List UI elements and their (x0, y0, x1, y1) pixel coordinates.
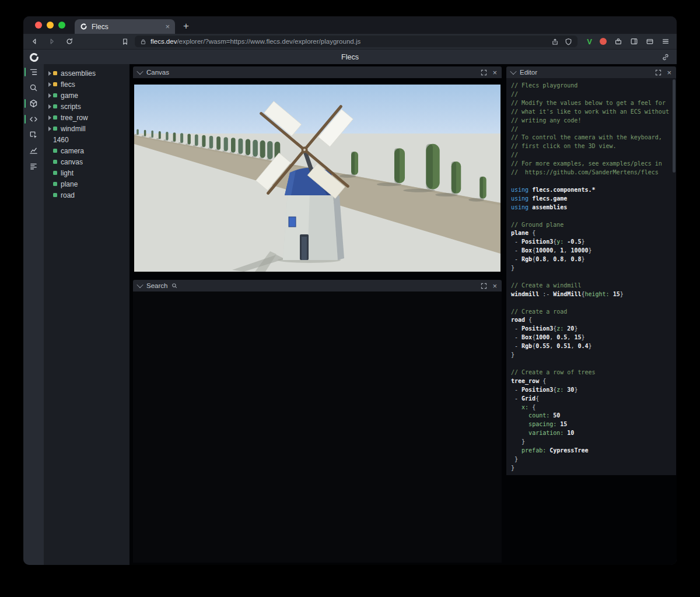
tree-item-1460[interactable]: 1460 (44, 134, 130, 145)
code-line: // first click on the 3D view. (511, 142, 676, 151)
inspect-rail-button[interactable] (23, 127, 44, 143)
code-line: variation: 10 (511, 429, 676, 438)
expand-arrow-icon[interactable] (47, 115, 53, 120)
reload-button[interactable] (65, 37, 74, 45)
menu-icon[interactable] (662, 37, 670, 45)
expand-arrow-icon[interactable] (47, 104, 53, 109)
search-close-button[interactable]: × (492, 282, 497, 290)
code-line: // To control the camera with the keyboa… (511, 134, 676, 142)
code-line: - Grid{ (511, 395, 676, 403)
tab-close-icon[interactable]: × (165, 23, 170, 30)
code-editor[interactable]: // Flecs playground//// Modify the value… (506, 78, 676, 475)
new-tab-button[interactable]: + (183, 21, 189, 31)
back-button[interactable] (30, 37, 38, 45)
code-line: x: { (511, 403, 676, 412)
tree-item-label: scripts (61, 103, 81, 111)
tree-item-windmill[interactable]: windmill (44, 123, 130, 134)
code-line: tree_row { (511, 377, 676, 386)
search-rail-button[interactable] (23, 80, 44, 96)
code-line: } (511, 455, 676, 464)
traffic-light-zoom[interactable] (58, 22, 65, 29)
browser-toolbar: flecs.dev/explorer/?wasm=https://www.fle… (23, 34, 677, 49)
search-expand-button[interactable] (481, 283, 487, 289)
tab-strip: Flecs × + (23, 16, 677, 34)
tree-item-scripts[interactable]: scripts (44, 101, 130, 112)
editor-panel-header[interactable]: Editor × (506, 66, 676, 78)
browser-tab[interactable]: Flecs × (75, 19, 175, 34)
traffic-light-close[interactable] (35, 22, 42, 29)
share-button[interactable] (551, 38, 559, 45)
entities-rail-button[interactable] (23, 96, 44, 111)
code-line: prefab: CypressTree (511, 447, 676, 455)
code-line: - Rgb{0.8, 0.8, 0.8} (511, 255, 676, 264)
extensions-puzzle-icon[interactable] (614, 37, 622, 45)
tree-item-plane[interactable]: plane (44, 178, 130, 189)
code-line: } (511, 464, 676, 473)
tree-item-flecs[interactable]: flecs (44, 79, 130, 90)
code-line: using assemblies (511, 203, 676, 212)
tree-item-camera[interactable]: camera (44, 145, 130, 156)
permalink-icon[interactable] (662, 53, 670, 61)
editor-scrollbar[interactable] (673, 79, 676, 474)
search-results-area[interactable] (133, 292, 502, 563)
extension-red-icon[interactable] (600, 38, 607, 45)
canvas-close-button[interactable]: × (492, 69, 497, 76)
toolbar-extensions-area: V (587, 37, 670, 46)
module-color-square (53, 71, 57, 75)
tree-item-label: tree_row (61, 114, 88, 122)
code-line: // For more examples, see examples/plecs… (511, 160, 676, 168)
code-line: - Box{1000, 0.5, 15} (511, 333, 676, 342)
code-line: // Create a row of trees (511, 368, 676, 377)
address-bar[interactable]: flecs.dev/explorer/?wasm=https://www.fle… (135, 36, 578, 47)
extension-v-icon[interactable]: V (587, 37, 592, 46)
traffic-light-minimize[interactable] (47, 22, 54, 29)
code-line: // https://github.com/SanderMertens/flec… (511, 168, 676, 177)
expand-arrow-icon[interactable] (47, 82, 53, 87)
stats-rail-button[interactable] (23, 159, 44, 174)
search-panel-title: Search (146, 282, 167, 289)
entity-color-square (53, 115, 57, 120)
tree-item-canvas[interactable]: canvas (44, 156, 130, 167)
entity-tree-panel: assembliesflecsgamescriptstree_rowwindmi… (44, 64, 130, 565)
forward-button[interactable] (48, 37, 56, 45)
bookmark-icon[interactable] (121, 38, 129, 45)
code-line: road { (511, 316, 676, 325)
code-line: // Ground plane (511, 221, 676, 230)
code-line: // Create a windmill (511, 282, 676, 290)
flecs-logo-icon (29, 52, 40, 63)
code-line: count: 50 (511, 412, 676, 420)
search-panel-header[interactable]: Search × (133, 280, 502, 292)
tree-item-tree_row[interactable]: tree_row (44, 112, 130, 123)
sidebar-toggle-icon[interactable] (630, 37, 638, 45)
entity-color-square (53, 193, 57, 197)
tree-item-road[interactable]: road (44, 189, 130, 201)
code-line: spacing: 15 (511, 420, 676, 429)
code-line: - Position3{y: -0.5} (511, 238, 676, 247)
tree-item-label: 1460 (53, 136, 69, 144)
canvas-expand-button[interactable] (481, 69, 487, 76)
entity-color-square (53, 104, 57, 108)
entity-color-square (53, 160, 57, 164)
tree-item-assemblies[interactable]: assemblies (44, 68, 130, 79)
outline-tree-rail-button[interactable] (23, 64, 44, 80)
canvas-panel-header[interactable]: Canvas × (133, 66, 502, 78)
chart-rail-button[interactable] (23, 143, 44, 159)
wallet-icon[interactable] (646, 37, 654, 45)
canvas-3d-viewport[interactable] (134, 85, 501, 272)
expand-arrow-icon[interactable] (47, 93, 53, 98)
scene-sky (134, 85, 501, 134)
expand-arrow-icon[interactable] (47, 127, 53, 131)
site-security-lock-icon[interactable] (140, 38, 146, 45)
shields-button[interactable] (565, 38, 572, 45)
tree-item-light[interactable]: light (44, 167, 130, 178)
code-line (511, 273, 676, 282)
code-line: using flecs.game (511, 195, 676, 203)
desktop-background: { "window": { "traffic_lights": ["#ff5f5… (0, 0, 700, 597)
scrollbar-thumb[interactable] (673, 79, 676, 173)
tree-item-game[interactable]: game (44, 90, 130, 101)
editor-close-button[interactable]: × (667, 69, 671, 76)
expand-arrow-icon[interactable] (47, 71, 53, 76)
entity-color-square (53, 93, 57, 97)
editor-expand-button[interactable] (655, 69, 662, 76)
code-rail-button[interactable] (23, 111, 44, 127)
